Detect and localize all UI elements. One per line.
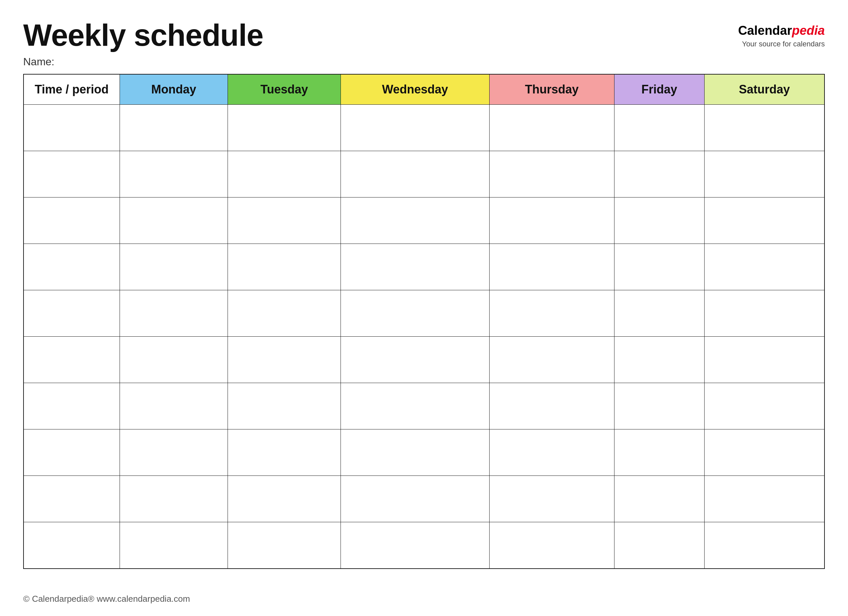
table-cell[interactable] [614, 151, 704, 197]
title-section: Weekly schedule Name: [23, 20, 263, 68]
table-cell[interactable] [704, 244, 824, 290]
col-header-thursday: Thursday [489, 74, 614, 105]
col-header-wednesday: Wednesday [341, 74, 489, 105]
header-row: Time / period Monday Tuesday Wednesday T… [24, 74, 824, 105]
table-cell[interactable] [228, 244, 341, 290]
table-cell[interactable] [341, 476, 489, 522]
table-cell[interactable] [704, 522, 824, 569]
table-cell[interactable] [228, 290, 341, 337]
table-cell[interactable] [341, 429, 489, 476]
schedule-table: Time / period Monday Tuesday Wednesday T… [23, 74, 825, 569]
table-row [24, 337, 824, 383]
table-cell[interactable] [120, 476, 228, 522]
table-row [24, 476, 824, 522]
table-cell[interactable] [24, 151, 120, 197]
logo-tagline: Your source for calendars [738, 40, 825, 48]
table-header: Time / period Monday Tuesday Wednesday T… [24, 74, 824, 105]
table-cell[interactable] [489, 337, 614, 383]
table-cell[interactable] [489, 429, 614, 476]
table-cell[interactable] [704, 197, 824, 244]
table-cell[interactable] [489, 197, 614, 244]
table-cell[interactable] [614, 476, 704, 522]
table-cell[interactable] [489, 244, 614, 290]
table-cell[interactable] [341, 383, 489, 429]
table-cell[interactable] [489, 522, 614, 569]
table-cell[interactable] [704, 290, 824, 337]
table-row [24, 290, 824, 337]
table-cell[interactable] [228, 383, 341, 429]
table-cell[interactable] [120, 337, 228, 383]
table-cell[interactable] [120, 290, 228, 337]
footer-copyright: © Calendarpedia® www.calendarpedia.com [23, 594, 190, 604]
table-cell[interactable] [120, 383, 228, 429]
table-cell[interactable] [120, 151, 228, 197]
col-header-time: Time / period [24, 74, 120, 105]
table-cell[interactable] [120, 429, 228, 476]
logo-brand-text: Calendar [738, 24, 792, 37]
table-cell[interactable] [614, 197, 704, 244]
table-cell[interactable] [24, 244, 120, 290]
table-cell[interactable] [614, 105, 704, 151]
table-cell[interactable] [24, 429, 120, 476]
table-cell[interactable] [228, 476, 341, 522]
table-cell[interactable] [24, 522, 120, 569]
table-cell[interactable] [341, 290, 489, 337]
table-cell[interactable] [24, 383, 120, 429]
table-cell[interactable] [228, 151, 341, 197]
table-cell[interactable] [341, 105, 489, 151]
table-cell[interactable] [228, 197, 341, 244]
table-body [24, 105, 824, 569]
table-cell[interactable] [228, 522, 341, 569]
logo-area: Calendarpedia Your source for calendars [738, 23, 825, 48]
table-row [24, 105, 824, 151]
logo-brand: Calendarpedia [738, 23, 825, 39]
page-title: Weekly schedule [23, 20, 263, 50]
table-cell[interactable] [228, 105, 341, 151]
table-row [24, 151, 824, 197]
table-cell[interactable] [704, 105, 824, 151]
table-cell[interactable] [120, 244, 228, 290]
table-cell[interactable] [489, 290, 614, 337]
table-cell[interactable] [614, 429, 704, 476]
table-row [24, 383, 824, 429]
col-header-monday: Monday [120, 74, 228, 105]
table-cell[interactable] [24, 337, 120, 383]
table-cell[interactable] [489, 383, 614, 429]
table-cell[interactable] [120, 197, 228, 244]
table-cell[interactable] [704, 476, 824, 522]
col-header-friday: Friday [614, 74, 704, 105]
table-cell[interactable] [489, 105, 614, 151]
table-cell[interactable] [120, 522, 228, 569]
table-cell[interactable] [614, 244, 704, 290]
table-cell[interactable] [24, 105, 120, 151]
table-cell[interactable] [489, 151, 614, 197]
table-cell[interactable] [24, 197, 120, 244]
header: Weekly schedule Name: Calendarpedia Your… [23, 20, 825, 68]
name-label: Name: [23, 56, 263, 68]
table-cell[interactable] [120, 105, 228, 151]
table-cell[interactable] [341, 197, 489, 244]
table-cell[interactable] [228, 429, 341, 476]
table-cell[interactable] [489, 476, 614, 522]
table-cell[interactable] [341, 522, 489, 569]
table-cell[interactable] [228, 337, 341, 383]
table-cell[interactable] [704, 151, 824, 197]
table-cell[interactable] [341, 151, 489, 197]
table-cell[interactable] [614, 290, 704, 337]
table-cell[interactable] [341, 337, 489, 383]
col-header-saturday: Saturday [704, 74, 824, 105]
table-row [24, 429, 824, 476]
table-cell[interactable] [704, 383, 824, 429]
table-cell[interactable] [614, 383, 704, 429]
table-cell[interactable] [614, 522, 704, 569]
table-cell[interactable] [341, 244, 489, 290]
col-header-tuesday: Tuesday [228, 74, 341, 105]
table-cell[interactable] [704, 429, 824, 476]
table-cell[interactable] [704, 337, 824, 383]
table-row [24, 522, 824, 569]
table-row [24, 244, 824, 290]
table-cell[interactable] [24, 476, 120, 522]
table-cell[interactable] [614, 337, 704, 383]
table-cell[interactable] [24, 290, 120, 337]
logo-accent-text: pedia [792, 24, 825, 37]
